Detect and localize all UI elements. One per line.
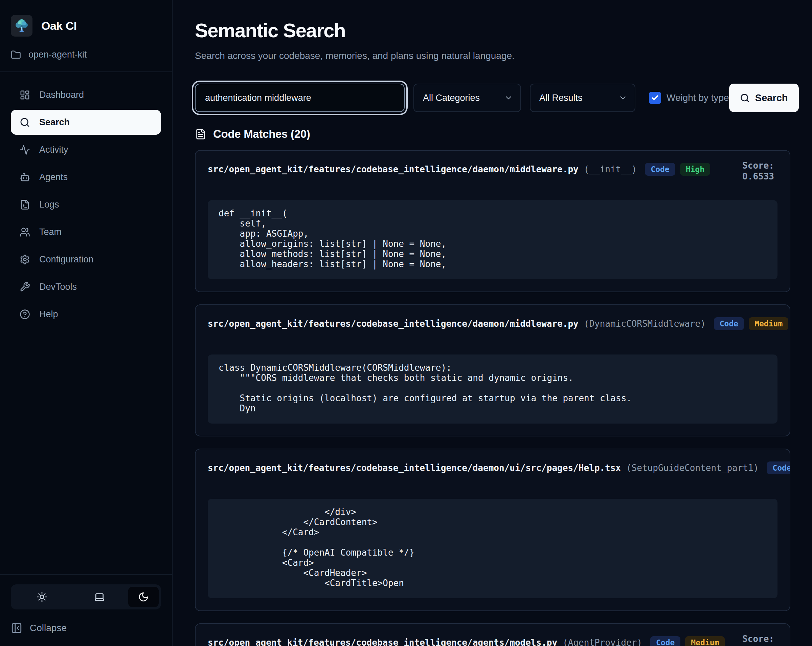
sidebar-item-label: Activity [39, 145, 68, 155]
panel-left-close-icon [11, 622, 22, 634]
result-path: src/open_agent_kit/features/codebase_int… [208, 164, 578, 175]
sidebar-header: Oak CI open-agent-kit [0, 0, 172, 72]
confidence-badge: Medium [685, 636, 725, 646]
result-symbol: (AgentProvider) [563, 638, 642, 646]
sidebar-item-label: Team [39, 227, 61, 237]
app-logo [11, 15, 32, 37]
sidebar-item-label: Logs [39, 199, 59, 210]
result-path: src/open_agent_kit/features/codebase_int… [208, 638, 557, 646]
sun-icon [37, 591, 47, 602]
sidebar-item-label: Configuration [39, 254, 94, 265]
theme-system-button[interactable] [71, 587, 128, 607]
category-select[interactable]: All Categories [414, 84, 521, 112]
code-snippet: class DynamicCORSMiddleware(CORSMiddlewa… [208, 355, 777, 424]
main-content: Semantic Search Search across your codeb… [173, 0, 812, 646]
weight-checkbox[interactable] [649, 92, 661, 104]
sidebar-item-label: Agents [39, 172, 68, 182]
users-icon [20, 227, 30, 237]
sidebar-item-activity[interactable]: Activity [11, 137, 161, 162]
type-badge: Code [767, 461, 791, 475]
sidebar-item-label: Search [39, 117, 70, 128]
result-header: src/open_agent_kit/features/codebase_int… [208, 636, 777, 646]
sidebar-item-help[interactable]: Help [11, 302, 161, 327]
oak-tree-icon [13, 17, 31, 35]
code-snippet: def __init__( self, app: ASGIApp, allow_… [208, 200, 777, 279]
result-header: src/open_agent_kit/features/codebase_int… [208, 317, 777, 330]
theme-toggle [11, 585, 161, 609]
result-card[interactable]: src/open_agent_kit/features/codebase_int… [195, 150, 791, 292]
sidebar-item-agents[interactable]: Agents [11, 165, 161, 190]
section-title: Code Matches (20) [213, 128, 310, 141]
wrench-icon [20, 282, 30, 292]
sidebar-footer: Collapse [0, 574, 172, 646]
result-header: src/open_agent_kit/features/codebase_int… [208, 461, 777, 475]
help-circle-icon [20, 309, 30, 320]
search-button-label: Search [755, 92, 788, 104]
type-badge: Code [645, 163, 675, 176]
sidebar-item-configuration[interactable]: Configuration [11, 247, 161, 272]
result-score: Score: 0.6533 [742, 160, 774, 182]
sidebar: Oak CI open-agent-kit Dashboard Search A… [0, 0, 172, 646]
results-select-value: All Results [539, 93, 583, 103]
search-controls: All Categories All Results Weight by typ… [195, 84, 791, 112]
type-badge: Code [650, 636, 681, 646]
result-symbol: (DynamicCORSMiddleware) [584, 318, 706, 329]
code-matches-heading: Code Matches (20) [195, 128, 791, 141]
project-selector[interactable]: open-agent-kit [11, 49, 161, 60]
file-terminal-icon [20, 199, 30, 210]
chevron-down-icon [618, 93, 627, 102]
search-icon [740, 93, 750, 103]
result-symbol: (SetupGuideContent_part1) [626, 463, 759, 473]
dashboard-icon [20, 90, 30, 100]
sidebar-item-devtools[interactable]: DevTools [11, 274, 161, 299]
app-name: Oak CI [41, 19, 77, 32]
result-symbol: (__init__) [584, 164, 637, 175]
sidebar-item-dashboard[interactable]: Dashboard [11, 82, 161, 107]
theme-dark-button[interactable] [128, 587, 159, 607]
sidebar-item-label: Help [39, 309, 58, 320]
page-subtitle: Search across your codebase, memories, a… [195, 51, 791, 61]
results-list: src/open_agent_kit/features/codebase_int… [195, 150, 791, 646]
collapse-label: Collapse [30, 623, 67, 634]
theme-light-button[interactable] [13, 587, 71, 607]
activity-icon [20, 145, 30, 155]
check-icon [651, 94, 659, 102]
page-title: Semantic Search [195, 19, 791, 41]
type-badge: Code [714, 317, 744, 330]
search-button[interactable]: Search [729, 84, 799, 112]
project-name: open-agent-kit [28, 49, 87, 60]
folder-icon [11, 50, 21, 60]
bot-icon [20, 172, 30, 182]
search-input[interactable] [195, 84, 404, 112]
file-text-icon [195, 128, 206, 140]
sidebar-item-label: Dashboard [39, 90, 84, 100]
result-card[interactable]: src/open_agent_kit/features/codebase_int… [195, 623, 791, 646]
moon-icon [138, 591, 149, 602]
sidebar-item-logs[interactable]: Logs [11, 192, 161, 217]
result-card[interactable]: src/open_agent_kit/features/codebase_int… [195, 305, 791, 436]
sidebar-item-label: DevTools [39, 282, 77, 292]
sidebar-nav: Dashboard Search Activity Agents Logs Te… [0, 72, 172, 329]
category-select-value: All Categories [423, 93, 480, 103]
confidence-badge: Medium [749, 317, 788, 330]
search-icon [20, 117, 30, 128]
collapse-button[interactable]: Collapse [11, 622, 161, 634]
weight-label: Weight by type [667, 92, 729, 103]
result-header: src/open_agent_kit/features/codebase_int… [208, 163, 777, 176]
sidebar-item-search[interactable]: Search [11, 110, 161, 135]
results-select[interactable]: All Results [530, 84, 635, 112]
gear-icon [20, 254, 30, 265]
sidebar-item-team[interactable]: Team [11, 219, 161, 245]
result-card[interactable]: src/open_agent_kit/features/codebase_int… [195, 449, 791, 611]
result-score: Score: 0.5455 [742, 634, 774, 646]
result-path: src/open_agent_kit/features/codebase_int… [208, 463, 621, 473]
result-path: src/open_agent_kit/features/codebase_int… [208, 318, 578, 329]
confidence-badge: High [680, 163, 710, 176]
laptop-icon [94, 591, 105, 602]
chevron-down-icon [504, 93, 513, 102]
code-snippet: </div> </CardContent> </Card> {/* OpenAI… [208, 499, 777, 598]
weight-by-type-toggle: Weight by type [649, 92, 729, 104]
